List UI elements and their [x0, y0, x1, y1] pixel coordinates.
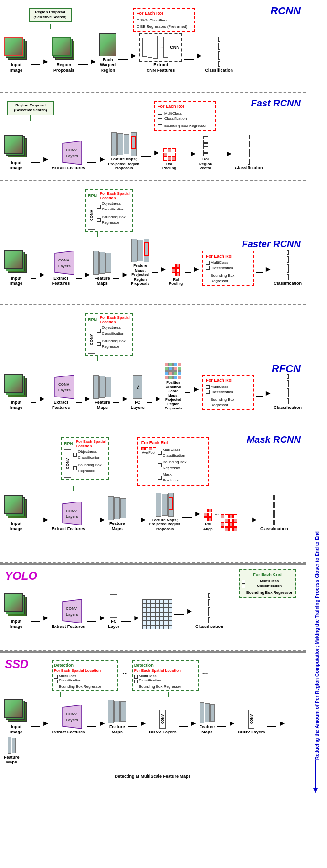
rfcn-classification: Classification [274, 374, 302, 410]
section-rcnn: RCNN Region Proposal (Selective Search) … [0, 0, 306, 93]
rcnn-region-proposal-box: Region Proposal (Selective Search) [29, 8, 72, 22]
maskrcnn-roi-align: RoI Align [203, 509, 213, 531]
section-fastrcnn: Fast RCNN Region Proposal (Selective Sea… [0, 93, 306, 181]
svg-text:CONV: CONV [58, 258, 70, 262]
yolo-classification: Classification [195, 593, 223, 629]
svg-marker-3 [55, 251, 74, 275]
rcnn-region-proposals: Region Proposals [52, 37, 76, 73]
fasterrcnn-conv-layers: CONV Layers Extract Features [48, 251, 74, 286]
fasterrcnn-input-image: Input Image [4, 250, 29, 286]
fasterrcnn-title: Faster RCNN [242, 239, 301, 250]
fasterrcnn-rpn-box: RPN For Each Spatial Location CONV Objec… [85, 189, 133, 232]
svg-text:CONV: CONV [58, 382, 70, 387]
rfcn-rpn-box: RPN For Each Spatial Location CONV Objec… [85, 313, 133, 356]
svg-marker-6 [55, 375, 74, 399]
maskrcnn-feature-maps: Feature Maps [108, 496, 126, 532]
maskrcnn-title: Mask RCNN [247, 434, 301, 445]
fasterrcnn-classification: Classification [274, 250, 302, 286]
fastrcnn-roi-vector: RoI Region Vector [199, 136, 212, 171]
yolo-grid [142, 599, 172, 629]
maskrcnn-feature-maps2: Feature Maps; Projected Region Proposals [149, 493, 180, 532]
fastrcnn-conv-layers: CONV Layers Extract Features [52, 141, 85, 171]
svg-marker-9 [63, 502, 82, 525]
svg-text:CONV: CONV [66, 712, 77, 716]
section-maskrcnn: Mask RCNN RPN For Each Spatial Location … [0, 429, 306, 563]
right-label-area: Reducing the Amount of Per Region Comput… [306, 0, 327, 793]
svg-text:CONV: CONV [66, 607, 77, 611]
yolo-for-each-grid-box: For Each Grid MultiClass Classification … [239, 569, 296, 598]
ssd-conv-layers: CONV Layers Extract Features [52, 705, 85, 735]
ssd-title: SSD [5, 658, 28, 671]
rcnn-for-each-roi-box: For Each RoI C SVM Classifiers C BB Regr… [133, 8, 195, 32]
svg-text:Layers: Layers [66, 154, 78, 158]
section-fasterrcnn: Faster RCNN RPN For Each Spatial Locatio… [0, 181, 306, 305]
right-vertical-text: Reducing the Amount of Per Region Comput… [314, 0, 320, 760]
maskrcnn-input-image: Input Image [4, 495, 29, 532]
diagrams-area: RCNN Region Proposal (Selective Search) … [0, 0, 306, 793]
svg-text:Layers: Layers [58, 388, 71, 392]
yolo-fc-layer: FC Layer [108, 594, 119, 629]
svg-text:Layers: Layers [66, 514, 78, 519]
svg-text:Layers: Layers [58, 264, 71, 268]
ssd-feature-maps3: Feature Maps [4, 737, 20, 765]
main-container: RCNN Region Proposal (Selective Search) … [0, 0, 327, 793]
rfcn-fc-layers: FC FC Layers [131, 375, 145, 410]
yolo-conv-layers: CONV Layers Extract Features [52, 599, 85, 629]
ssd-detection2-box: Detection For Each Spatial Location Mult… [132, 660, 199, 691]
ssd-input-image: Input Image [4, 699, 29, 735]
fasterrcnn-feature-maps2: Feature Maps; Projected Region Proposals [130, 239, 149, 286]
svg-text:CONV: CONV [66, 148, 77, 152]
section-ssd: SSD Detection For Each Spatial Location … [0, 651, 306, 793]
ssd-conv-small2: CONV CONV Layers [238, 710, 265, 735]
fastrcnn-title: Fast RCNN [251, 98, 301, 109]
yolo-input-image: Input Image [4, 593, 29, 629]
section-rfcn: RFCN RPN For Each Spatial Location CONV … [0, 305, 306, 429]
maskrcnn-classification: Classification [260, 495, 288, 532]
svg-text:Layers: Layers [66, 718, 78, 722]
fastrcnn-for-each-roi-box: For Each RoI MultiClass Classification B… [154, 101, 216, 131]
maskrcnn-rpn-box: RPN For Each Spatial Location CONV Objec… [61, 437, 109, 480]
maskrcnn-conv-layers: CONV Layers Extract Features [52, 502, 85, 532]
ssd-conv-small1: CONV CONV Layers [149, 710, 177, 735]
fastrcnn-input-image: Input Image [4, 135, 29, 171]
rfcn-conv-layers: CONV Layers Extract Features [48, 375, 74, 410]
ssd-feature-maps1: Feature Maps [108, 700, 126, 735]
rfcn-ps-maps: Position Sensitive Score Maps; Projected… [164, 363, 183, 410]
ssd-detection1-box: Detection For Each Spatial Location Mult… [52, 660, 118, 691]
fasterrcnn-roi-pooling: RoI Pooling [169, 264, 183, 286]
fastrcnn-region-proposal-box: Region Proposal (Selective Search) [7, 101, 54, 115]
rcnn-classification: Classification [205, 37, 233, 73]
fasterrcnn-for-each-roi: For Each RoI MultiClass Classification B… [202, 251, 254, 286]
rcnn-cnn-block: ... CNN Extract CNN Features [139, 33, 182, 73]
rcnn-title: RCNN [270, 5, 301, 17]
fastrcnn-feature-maps: Feature Maps; Projected Region Proposals [108, 132, 139, 171]
svg-text:Layers: Layers [66, 612, 78, 617]
rfcn-rpn-conv: CONV [88, 325, 95, 354]
fastrcnn-classification: Classification [235, 135, 263, 171]
maskrcnn-rpn-conv: CONV [64, 449, 71, 478]
section-yolo: YOLO For Each Grid MultiClass Classifica… [0, 563, 306, 651]
ssd-feature-maps2: Feature Maps [199, 702, 215, 735]
rfcn-for-each-roi: For Each RoI MultiClass Classification B… [202, 375, 254, 410]
yolo-title: YOLO [5, 569, 37, 583]
maskrcnn-for-each-roi-box: For Each RoI Ave Pool [137, 437, 209, 486]
svg-marker-12 [63, 599, 82, 623]
rcnn-each-warped: Each Warped Region [99, 33, 116, 73]
rfcn-title: RFCN [272, 363, 301, 375]
rfcn-feature-maps: Feature Maps [93, 375, 111, 410]
svg-marker-15 [63, 705, 82, 729]
rpn-conv: CONV [88, 201, 95, 230]
fastrcnn-roi-pooling: RoI Pooling [162, 148, 176, 171]
maskrcnn-mask-grid [221, 514, 237, 531]
svg-text:CONV: CONV [66, 509, 77, 513]
fasterrcnn-feature-maps: Feature Maps [93, 251, 111, 286]
rfcn-input-image: Input Image [4, 374, 29, 410]
rcnn-input-image: Input Image [4, 37, 29, 73]
svg-marker-0 [63, 141, 82, 165]
